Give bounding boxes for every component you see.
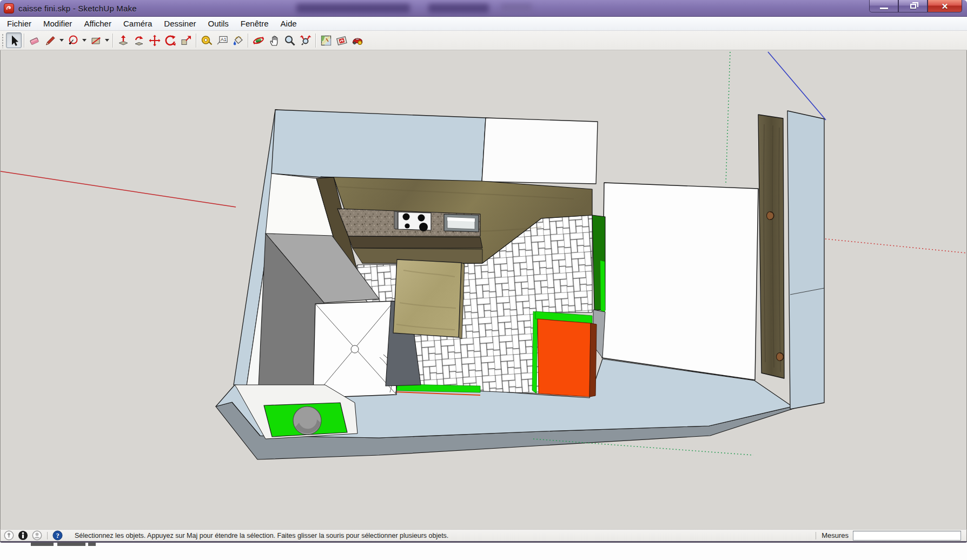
help-icon[interactable]: ? xyxy=(52,530,63,541)
status-bar: ? Sélectionnez les objets. Appuyez sur M… xyxy=(0,529,967,541)
model-sink xyxy=(444,214,479,232)
chevron-down-icon xyxy=(59,39,64,42)
redacted-text-blur xyxy=(296,4,410,13)
measurements-input[interactable] xyxy=(853,531,961,541)
model-green-wall[interactable] xyxy=(592,215,605,314)
restore-button[interactable] xyxy=(898,0,928,12)
follow-me-tool-button[interactable] xyxy=(131,32,147,48)
model-bed-white-box[interactable] xyxy=(602,183,758,380)
close-button[interactable]: ✕ xyxy=(928,0,962,12)
add-location-tool-button[interactable] xyxy=(318,32,334,48)
desktop-artifact xyxy=(88,543,96,546)
arc-tool-button[interactable] xyxy=(65,32,81,48)
desktop-artifact xyxy=(31,543,54,546)
line-tool-dropdown[interactable] xyxy=(58,32,65,48)
eraser-icon xyxy=(28,34,41,47)
toolbar: A1 xyxy=(0,31,967,50)
eraser-tool-button[interactable] xyxy=(27,32,42,48)
move-tool-button[interactable] xyxy=(147,32,162,48)
geolocation-status-icon[interactable] xyxy=(4,530,14,541)
chevron-down-icon xyxy=(82,39,87,42)
title-bar[interactable]: caisse fini.skp - SketchUp Make ✕ xyxy=(0,0,967,17)
svg-text:A1: A1 xyxy=(221,37,227,42)
zoom-extents-tool-button[interactable] xyxy=(297,32,313,48)
model-orange-unit[interactable] xyxy=(532,311,597,397)
map-location-icon xyxy=(320,34,333,47)
photo-textures-icon xyxy=(351,34,364,47)
model-wooden-table[interactable] xyxy=(393,259,465,339)
status-icons: ? xyxy=(1,530,67,541)
model-right-wall[interactable] xyxy=(787,111,824,409)
orbit-tool-button[interactable] xyxy=(250,32,266,48)
model-door-plank[interactable] xyxy=(758,115,784,378)
status-separator xyxy=(47,532,48,539)
zoom-extents-icon xyxy=(299,34,312,47)
sketchup-window: caisse fini.skp - SketchUp Make ✕ Fichie… xyxy=(0,0,967,560)
model-viewport[interactable] xyxy=(0,50,967,529)
menu-bar: Fichier Modifier Afficher Caméra Dessine… xyxy=(0,17,967,31)
toolbar-grip[interactable] xyxy=(1,33,4,48)
desktop-strip xyxy=(0,543,967,560)
arc-tool-dropdown[interactable] xyxy=(81,32,88,48)
sign-in-status-icon[interactable] xyxy=(32,530,42,541)
push-pull-tool-button[interactable] xyxy=(115,32,131,48)
tape-measure-tool-button[interactable] xyxy=(198,32,214,48)
menu-dessiner[interactable]: Dessiner xyxy=(158,17,202,30)
rotate-icon xyxy=(164,34,177,47)
move-icon xyxy=(148,34,161,47)
push-pull-icon xyxy=(117,34,130,47)
scale-tool-button[interactable] xyxy=(178,32,194,48)
minimize-button[interactable] xyxy=(869,0,898,12)
rectangle-tool-dropdown[interactable] xyxy=(103,32,110,48)
orbit-icon xyxy=(252,34,265,47)
menu-modifier[interactable]: Modifier xyxy=(37,17,78,30)
line-tool-button[interactable] xyxy=(42,32,58,48)
follow-me-icon xyxy=(133,34,145,47)
minimize-icon xyxy=(880,8,888,9)
text-annotation-icon: A1 xyxy=(216,34,229,47)
menu-outils[interactable]: Outils xyxy=(202,17,235,30)
rectangle-icon xyxy=(89,34,102,47)
rectangle-tool-button[interactable] xyxy=(88,32,103,48)
text-tool-button[interactable]: A1 xyxy=(214,32,230,48)
photo-textures-tool-button[interactable] xyxy=(349,32,365,48)
scale-icon xyxy=(180,34,193,47)
rotate-tool-button[interactable] xyxy=(162,32,178,48)
menu-aide[interactable]: Aide xyxy=(275,17,303,30)
pan-tool-button[interactable] xyxy=(266,32,282,48)
sketchup-logo-glyph xyxy=(5,5,12,12)
status-message: Sélectionnez les objets. Appuyez sur Maj… xyxy=(67,532,814,539)
window-title: caisse fini.skp - SketchUp Make xyxy=(18,4,137,13)
toggle-terrain-tool-button[interactable] xyxy=(334,32,349,48)
toolbar-separator xyxy=(112,34,113,48)
pan-hand-icon xyxy=(268,34,281,47)
model-white-cabinet-top[interactable] xyxy=(482,118,598,184)
menu-fichier[interactable]: Fichier xyxy=(1,17,37,30)
menu-camera[interactable]: Caméra xyxy=(117,17,158,30)
restore-icon xyxy=(910,4,916,9)
measurements-area: Mesures xyxy=(814,531,966,541)
toolbar-separator xyxy=(24,34,24,48)
toolbar-separator xyxy=(196,34,196,48)
toolbar-separator xyxy=(315,34,316,48)
model-top-wall[interactable] xyxy=(271,110,486,182)
redacted-text-blur xyxy=(428,4,489,13)
arc-circle-icon xyxy=(67,34,80,47)
model-counter-dark-band xyxy=(348,236,482,248)
model-cooktop xyxy=(394,211,431,231)
sketchup-app-icon xyxy=(4,3,14,14)
chevron-down-icon xyxy=(105,39,109,42)
credit-attribution-status-icon[interactable] xyxy=(18,530,28,541)
select-tool-button[interactable] xyxy=(6,32,22,48)
menu-afficher[interactable]: Afficher xyxy=(78,17,117,30)
paint-bucket-tool-button[interactable] xyxy=(230,32,246,48)
toggle-terrain-icon xyxy=(335,34,348,47)
zoom-tool-button[interactable] xyxy=(282,32,297,48)
model-shower-tray[interactable] xyxy=(313,301,398,398)
viewport-canvas[interactable] xyxy=(1,50,966,529)
select-arrow-icon xyxy=(8,34,21,47)
svg-text:?: ? xyxy=(56,532,59,539)
tape-measure-icon xyxy=(200,34,213,47)
menu-fenetre[interactable]: Fenêtre xyxy=(235,17,275,30)
redacted-text-blur xyxy=(501,4,532,13)
